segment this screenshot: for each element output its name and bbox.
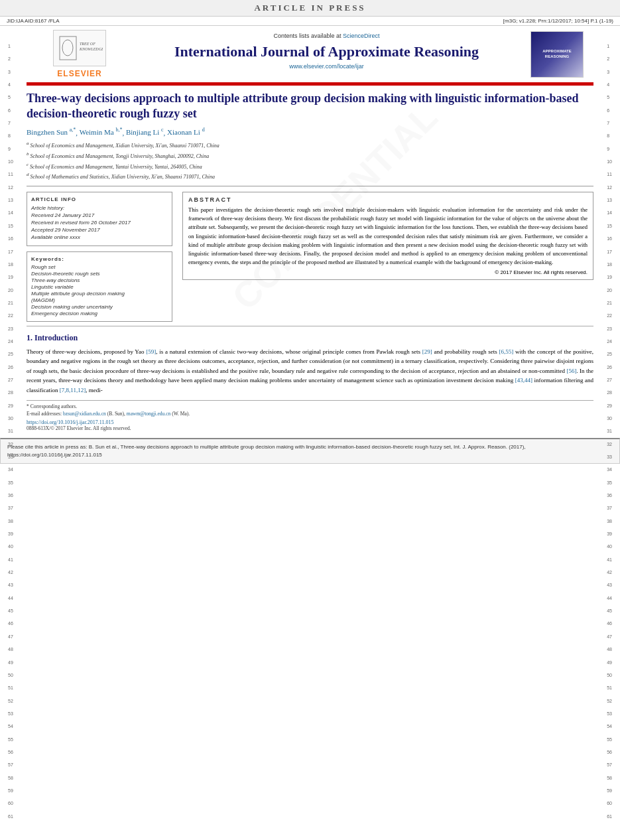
email-mawm: mawm@tongji.edu.cn xyxy=(127,411,170,417)
citation-bar: Please cite this article in press as: B.… xyxy=(0,438,620,464)
available-online: Available online xxxx xyxy=(31,234,168,240)
article-info-box: ARTICLE INFO Article history: Received 2… xyxy=(27,192,172,246)
sciencedirect-link-text: ScienceDirect xyxy=(343,33,380,39)
keyword-3: Three-way decisions xyxy=(31,277,168,283)
author-3: Binjiang Li c xyxy=(126,128,164,136)
line-numbers-left: 1234567891011121314151617181920212223242… xyxy=(8,40,13,823)
meta-right: [m3G; v1.228; Prn:1/12/2017; 10:54] P.1 … xyxy=(503,18,613,24)
journal-header-center: Contents lists available at ScienceDirec… xyxy=(126,30,527,78)
elsevier-logo-box: TREE OF KNOWLEDGE xyxy=(53,30,106,66)
revised-date: Received in revised form 26 October 2017 xyxy=(31,220,168,226)
authors-line: Bingzhen Sun a,*, Weimin Ma b,*, Binjian… xyxy=(27,127,593,137)
keyword-4: Linguistic variable xyxy=(31,284,168,290)
abstract-text: This paper investigates the decision-the… xyxy=(188,206,588,267)
footnotes: * Corresponding authors. E-mail addresse… xyxy=(27,400,593,417)
author-2: Weimin Ma b,* xyxy=(80,128,123,136)
divider-1 xyxy=(27,326,593,326)
line-numbers-right: 1234567891011121314151617181920212223242… xyxy=(607,40,612,823)
accepted-date: Accepted 29 November 2017 xyxy=(31,227,168,233)
article-in-press-banner: ARTICLE IN PRESS xyxy=(0,0,620,17)
intro-paragraph-1: Theory of three-way decisions, proposed … xyxy=(27,347,593,395)
journal-header-right: APPROXIMATEREASONING xyxy=(527,30,587,78)
journal-header-left: TREE OF KNOWLEDGE ELSEVIER xyxy=(33,30,126,78)
keyword-1: Rough set xyxy=(31,264,168,270)
section-title-intro: 1. Introduction xyxy=(27,333,593,343)
journal-header: TREE OF KNOWLEDGE ELSEVIER Contents list… xyxy=(27,26,593,84)
paper-title: Three-way decisions approach to multiple… xyxy=(27,91,593,122)
elsevier-brand-text: ELSEVIER xyxy=(57,69,101,78)
svg-text:KNOWLEDGE: KNOWLEDGE xyxy=(79,47,103,51)
footnote-email: E-mail addresses: bzsun@xidian.edu.cn (B… xyxy=(27,411,593,417)
footnote-star: * Corresponding authors. xyxy=(27,403,593,409)
affil-c: c School of Economics and Management, Ya… xyxy=(27,161,593,171)
page-wrapper: ARTICLE IN PRESS JID:IJA AID:8167 /FLA [… xyxy=(0,0,620,464)
svg-text:TREE OF: TREE OF xyxy=(80,42,95,46)
two-column-section: ARTICLE INFO Article history: Received 2… xyxy=(27,192,593,322)
author-1: Bingzhen Sun a,* xyxy=(27,128,76,136)
article-history-label: Article history: xyxy=(31,205,168,211)
svg-point-1 xyxy=(62,40,73,56)
keyword-2: Decision-theoretic rough sets xyxy=(31,271,168,277)
journal-url: www.elsevier.com/locate/ijar xyxy=(133,63,521,70)
journal-thumbnail: APPROXIMATEREASONING xyxy=(530,31,584,78)
received-date: Received 24 January 2017 xyxy=(31,212,168,218)
doi-line: https://doi.org/10.1016/j.ijar.2017.11.0… xyxy=(27,419,593,425)
abstract-box: ABSTRACT This paper investigates the dec… xyxy=(182,192,593,280)
affil-d: d School of Mathematics and Statistics, … xyxy=(27,171,593,181)
affil-a: a School of Economics and Management, Xi… xyxy=(27,140,593,150)
sciencedirect-prefix: Contents lists available at xyxy=(273,33,343,39)
copyright-line: © 2017 Elsevier Inc. All rights reserved… xyxy=(188,269,588,275)
keyword-5b: (MAGDM) xyxy=(31,297,168,303)
citation-text: Please cite this article in press as: B.… xyxy=(7,444,526,458)
abstract-title: ABSTRACT xyxy=(188,196,588,203)
author-4: Xiaonan Li d xyxy=(167,128,205,136)
keyword-6: Decision making under uncertainty xyxy=(31,304,168,310)
affil-b: b School of Economics and Management, To… xyxy=(27,151,593,161)
right-column: ABSTRACT This paper investigates the dec… xyxy=(182,192,593,322)
left-column: ARTICLE INFO Article history: Received 2… xyxy=(27,192,172,322)
introduction-section: 1. Introduction Theory of three-way deci… xyxy=(27,333,593,395)
issn-line: 0888-613X/© 2017 Elsevier Inc. All right… xyxy=(27,425,593,431)
journal-title: International Journal of Approximate Rea… xyxy=(133,43,521,60)
email-bzsun: bzsun@xidian.edu.cn xyxy=(63,411,106,417)
meta-bar: JID:IJA AID:8167 /FLA [m3G; v1.228; Prn:… xyxy=(0,17,620,26)
meta-left: JID:IJA AID:8167 /FLA xyxy=(7,18,60,24)
keyword-5: Multiple attribute group decision making xyxy=(31,291,168,297)
elsevier-logo: TREE OF KNOWLEDGE ELSEVIER xyxy=(53,30,106,78)
affiliations: a School of Economics and Management, Xi… xyxy=(27,140,593,181)
keyword-7: Emergency decision making xyxy=(31,311,168,316)
banner-text: ARTICLE IN PRESS xyxy=(254,3,365,13)
paper-title-section: Three-way decisions approach to multiple… xyxy=(27,86,593,186)
sciencedirect-line: Contents lists available at ScienceDirec… xyxy=(133,33,521,39)
thumb-text: APPROXIMATEREASONING xyxy=(542,49,572,60)
keywords-box: Keywords: Rough set Decision-theoretic r… xyxy=(27,251,172,322)
keywords-title: Keywords: xyxy=(31,256,168,262)
article-info-title: ARTICLE INFO xyxy=(31,196,168,202)
